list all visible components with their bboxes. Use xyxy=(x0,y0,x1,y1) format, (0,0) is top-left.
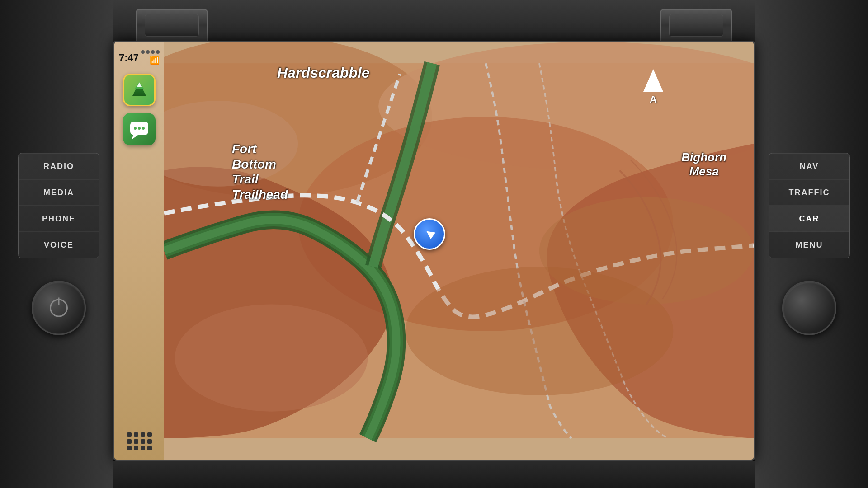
app-icons-list xyxy=(123,74,156,430)
grid-dot xyxy=(141,432,145,437)
wifi-icon: 📶 xyxy=(150,55,160,65)
nav-button[interactable]: NAV xyxy=(769,154,849,180)
top-right-knob[interactable] xyxy=(660,9,732,41)
top-left-knob-inner xyxy=(145,14,199,37)
grid-dot xyxy=(127,439,132,444)
top-bezel xyxy=(0,0,868,41)
car-unit: RADIO MEDIA PHONE VOICE NAV TRAFFIC CAR … xyxy=(0,0,868,488)
top-left-knob[interactable] xyxy=(136,9,208,41)
signal-dot-4 xyxy=(156,50,160,54)
left-panel: RADIO MEDIA PHONE VOICE xyxy=(9,153,108,335)
svg-marker-4 xyxy=(132,135,138,140)
status-bar: 7:47 📶 xyxy=(114,47,164,67)
grid-dot xyxy=(147,432,152,437)
grid-dot xyxy=(127,432,132,437)
app-grid-button[interactable] xyxy=(125,430,154,453)
right-button-group: NAV TRAFFIC CAR MENU xyxy=(769,153,850,258)
phone-button[interactable]: PHONE xyxy=(19,206,99,232)
nav-circle: ► xyxy=(414,218,445,250)
grid-dot xyxy=(141,446,145,450)
svg-point-14 xyxy=(175,305,368,412)
grid-dots xyxy=(125,430,154,453)
hardscrabble-label: Hardscrabble xyxy=(277,65,370,81)
grid-dot xyxy=(147,439,152,444)
power-knob[interactable] xyxy=(32,281,86,335)
grid-dot xyxy=(141,439,145,444)
svg-point-6 xyxy=(138,127,141,130)
menu-button[interactable]: MENU xyxy=(769,232,849,258)
car-button[interactable]: CAR xyxy=(769,206,849,232)
map-area: Hardscrabble Fort Bottom Trail Trailhead… xyxy=(164,42,754,460)
status-icons: 📶 xyxy=(141,50,160,65)
svg-point-7 xyxy=(142,127,145,130)
svg-point-13 xyxy=(405,267,673,396)
bottom-bezel xyxy=(113,461,755,488)
svg-point-5 xyxy=(134,127,137,130)
power-knob-container xyxy=(32,281,86,335)
grid-dot xyxy=(134,439,138,444)
right-panel: NAV TRAFFIC CAR MENU xyxy=(760,153,859,335)
voice-button[interactable]: VOICE xyxy=(19,232,99,258)
north-triangle-icon xyxy=(643,69,663,92)
carplay-sidebar: 7:47 📶 xyxy=(114,42,164,460)
maps-app-icon[interactable] xyxy=(123,74,156,106)
signal-dot-1 xyxy=(141,50,145,54)
power-icon xyxy=(50,299,68,317)
signal-dot-3 xyxy=(151,50,155,54)
grid-dot xyxy=(134,446,138,450)
fort-bottom-label: Fort Bottom Trail Trailhead xyxy=(232,141,288,202)
top-right-knob-inner xyxy=(669,14,723,37)
maps-icon-svg xyxy=(128,79,151,101)
grid-dot xyxy=(127,446,132,450)
navigation-marker: ► xyxy=(414,218,445,250)
messages-app-icon[interactable] xyxy=(123,113,156,145)
volume-knob[interactable] xyxy=(782,281,836,335)
north-letter: A xyxy=(643,94,663,105)
media-button[interactable]: MEDIA xyxy=(19,180,99,206)
traffic-button[interactable]: TRAFFIC xyxy=(769,180,849,206)
radio-button[interactable]: RADIO xyxy=(19,154,99,180)
map-terrain-svg xyxy=(164,42,754,460)
north-marker: A xyxy=(643,69,663,105)
left-button-group: RADIO MEDIA PHONE VOICE xyxy=(18,153,99,258)
bighorn-mesa-label: Bighorn Mesa xyxy=(681,150,726,178)
left-frame: RADIO MEDIA PHONE VOICE xyxy=(0,0,113,488)
nav-arrow-icon: ► xyxy=(420,224,439,244)
messages-icon-svg xyxy=(128,118,151,141)
screen-wrapper: 7:47 📶 xyxy=(113,41,755,461)
signal-dot-2 xyxy=(146,50,150,54)
grid-dot xyxy=(134,432,138,437)
signal-dots xyxy=(141,50,160,54)
right-frame: NAV TRAFFIC CAR MENU xyxy=(755,0,868,488)
volume-knob-container xyxy=(782,281,836,335)
grid-dot xyxy=(147,446,152,450)
time-display: 7:47 xyxy=(119,52,139,64)
screen: 7:47 📶 xyxy=(114,42,754,460)
